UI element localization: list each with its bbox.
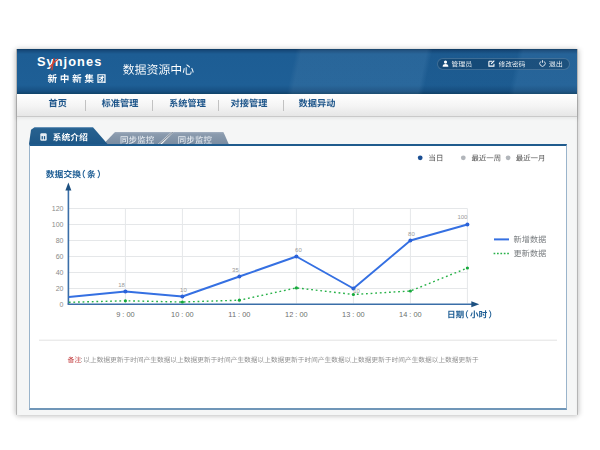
svg-text:10: 10 (180, 287, 187, 293)
svg-text:0: 0 (60, 301, 64, 308)
svg-text:11 : 00: 11 : 00 (228, 310, 250, 319)
svg-text:100: 100 (457, 214, 468, 220)
svg-text:80: 80 (56, 237, 64, 244)
svg-text:13 : 00: 13 : 00 (342, 310, 365, 319)
svg-text:60: 60 (56, 253, 64, 260)
svg-text:120: 120 (52, 205, 64, 212)
svg-text:10: 10 (353, 288, 360, 294)
svg-text:14 : 00: 14 : 00 (399, 310, 422, 319)
svg-text:20: 20 (56, 285, 64, 292)
svg-text:10 : 00: 10 : 00 (171, 310, 194, 319)
svg-text:40: 40 (56, 269, 64, 276)
svg-text:35: 35 (232, 267, 239, 273)
svg-text:12 : 00: 12 : 00 (285, 310, 308, 319)
svg-text:60: 60 (295, 247, 302, 253)
svg-text:100: 100 (52, 221, 64, 228)
svg-text:9 : 00: 9 : 00 (116, 310, 135, 319)
svg-text:80: 80 (408, 231, 415, 237)
svg-text:18: 18 (118, 282, 125, 288)
